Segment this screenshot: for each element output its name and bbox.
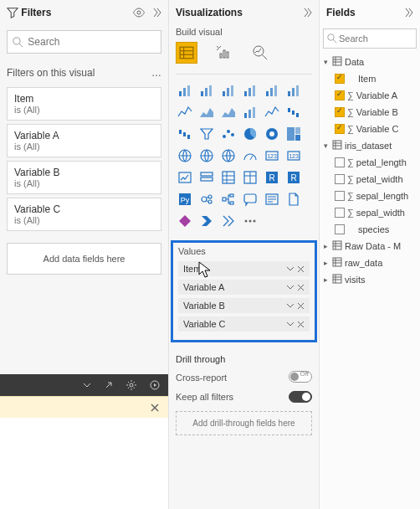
viz-r-visual-icon[interactable]: R [263, 168, 281, 187]
filters-drop-zone[interactable]: Add data fields here [7, 243, 161, 275]
viz-stacked-area-icon[interactable] [219, 103, 238, 121]
viz-gauge-icon[interactable] [241, 147, 259, 165]
value-field[interactable]: Variable A [178, 280, 310, 295]
checkbox[interactable] [335, 124, 345, 134]
viz-stacked-bar-icon[interactable] [176, 81, 194, 100]
viz-line-icon[interactable] [176, 103, 194, 121]
field-row[interactable]: species [321, 221, 418, 238]
viz-table-icon[interactable] [219, 168, 238, 187]
viz-powerapps-icon[interactable] [176, 212, 194, 230]
chevron-down-icon[interactable] [286, 265, 295, 273]
viz-line-clustered-icon[interactable] [263, 103, 281, 121]
viz-line-column-icon[interactable] [241, 103, 259, 121]
play-circle-icon[interactable] [150, 380, 160, 390]
fields-tree: ▾Data Item ∑ Variable A ∑ Variable B ∑ V… [320, 52, 420, 290]
viz-slicer-icon[interactable] [197, 168, 216, 187]
viz-donut-icon[interactable] [263, 125, 281, 143]
field-row[interactable]: ∑ Variable B [321, 104, 418, 121]
viz-r-script-icon[interactable]: R [284, 168, 303, 187]
checkbox[interactable] [335, 208, 345, 218]
checkbox[interactable] [335, 174, 345, 184]
viz-paginated-icon[interactable] [284, 190, 303, 208]
viz-treemap-icon[interactable] [284, 125, 303, 143]
remove-icon[interactable] [297, 321, 305, 328]
remove-icon[interactable] [297, 265, 305, 273]
field-row[interactable]: ∑ Variable A [321, 87, 418, 104]
table-row[interactable]: ▸raw_data [321, 254, 418, 271]
filters-search-input[interactable] [26, 35, 156, 49]
viz-matrix-icon[interactable] [241, 168, 259, 187]
field-row[interactable]: ∑ sepal_width [321, 204, 418, 221]
gear-icon[interactable] [126, 380, 136, 390]
field-row[interactable]: ∑ petal_length [321, 154, 418, 171]
viz-scatter-icon[interactable] [219, 125, 238, 143]
table-row[interactable]: ▸visits [321, 271, 418, 288]
filter-card[interactable]: Itemis (All) [7, 87, 161, 121]
viz-pie-icon[interactable] [241, 125, 259, 143]
value-field[interactable]: Variable B [178, 298, 310, 313]
drill-drop-zone[interactable]: Add drill-through fields here [176, 411, 312, 435]
table-row[interactable]: ▾iris_dataset [321, 137, 418, 154]
fields-search-input[interactable] [337, 33, 420, 44]
viz-waterfall-icon[interactable] [176, 125, 194, 143]
remove-icon[interactable] [297, 302, 305, 310]
viz-funnel-icon[interactable] [197, 125, 216, 143]
viz-100-stacked-column-icon[interactable] [284, 81, 303, 100]
checkbox[interactable] [335, 107, 345, 117]
viz-area-icon[interactable] [197, 103, 216, 121]
filter-card[interactable]: Variable Bis (All) [7, 161, 161, 194]
ellipsis-icon[interactable]: … [151, 67, 161, 79]
filters-search[interactable] [7, 30, 161, 54]
value-field[interactable]: Variable C [178, 316, 310, 332]
viz-azure-map-icon[interactable] [219, 147, 238, 165]
table-row[interactable]: ▸Raw Data - M [321, 238, 418, 254]
chevron-down-icon[interactable] [286, 301, 295, 310]
tab-fields[interactable] [176, 42, 197, 64]
collapse-icon[interactable] [403, 8, 413, 18]
field-row[interactable]: ∑ petal_width [321, 171, 418, 188]
viz-ellipsis-icon[interactable] [241, 212, 259, 230]
viz-multi-row-card-icon[interactable]: 123 [284, 147, 303, 165]
viz-kpi-icon[interactable] [176, 168, 194, 187]
viz-clustered-bar-icon[interactable] [219, 81, 238, 100]
collapse-icon[interactable] [151, 8, 161, 18]
viz-clustered-column-icon[interactable] [241, 81, 259, 100]
viz-narrative-icon[interactable] [263, 190, 281, 208]
remove-icon[interactable] [297, 284, 305, 291]
arrow-up-right-icon[interactable] [105, 381, 113, 389]
viz-map-icon[interactable] [176, 147, 194, 165]
field-row[interactable]: Item [321, 70, 418, 87]
checkbox[interactable] [335, 191, 345, 201]
chevron-down-icon[interactable] [83, 381, 91, 389]
filter-card[interactable]: Variable Cis (All) [7, 198, 161, 231]
keep-filters-toggle[interactable] [289, 391, 312, 403]
collapse-icon[interactable] [302, 8, 312, 18]
viz-100-stacked-bar-icon[interactable] [263, 81, 281, 100]
viz-filled-map-icon[interactable] [197, 147, 216, 165]
viz-card-icon[interactable]: 123 [263, 147, 281, 165]
viz-qna-icon[interactable] [241, 190, 259, 208]
close-icon[interactable] [150, 403, 160, 413]
field-row[interactable]: ∑ Variable C [321, 121, 418, 137]
fields-search[interactable] [323, 28, 417, 49]
checkbox[interactable] [335, 90, 345, 100]
checkbox[interactable] [335, 224, 345, 234]
viz-stacked-column-icon[interactable] [197, 81, 216, 100]
chevron-down-icon[interactable] [286, 283, 295, 291]
tab-analytics[interactable] [249, 42, 271, 64]
tab-format[interactable] [213, 42, 234, 64]
checkbox[interactable] [335, 74, 345, 84]
viz-ribbon-icon[interactable] [284, 103, 303, 121]
eye-icon[interactable] [132, 8, 146, 18]
chevron-down-icon[interactable] [286, 320, 295, 328]
table-row[interactable]: ▾Data [321, 54, 418, 70]
field-row[interactable]: ∑ sepal_length [321, 188, 418, 204]
viz-key-influencers-icon[interactable] [197, 190, 216, 208]
viz-powerautomate-icon[interactable] [197, 212, 216, 230]
value-field[interactable]: Item [178, 261, 310, 276]
filter-card[interactable]: Variable Ais (All) [7, 124, 161, 157]
viz-decomposition-tree-icon[interactable] [219, 190, 238, 208]
checkbox[interactable] [335, 157, 345, 167]
viz-python-icon[interactable]: Py [176, 190, 194, 208]
viz-get-more-icon[interactable] [219, 212, 238, 230]
